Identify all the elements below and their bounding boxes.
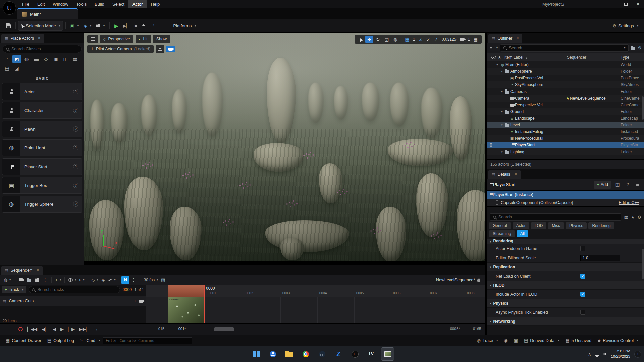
menu-window[interactable]: Window (49, 0, 72, 8)
expander-icon[interactable]: ▾ (500, 70, 504, 73)
clock[interactable]: 3:19 PM 10/26/2023 (611, 349, 630, 359)
camera-view-toggle[interactable] (166, 46, 175, 52)
visibility-options-icon[interactable]: ▾ (67, 276, 77, 284)
place-actor-player-start[interactable]: Player Start? (2, 158, 82, 175)
derived-data-button[interactable]: ▤ Derived Data ▾ (521, 338, 562, 343)
outliner-row-playerstart[interactable]: PlayerStartPlayerSta (487, 142, 644, 148)
checkbox-net-load-on-client[interactable]: ✓ (580, 274, 585, 279)
tab-outliner[interactable]: ▤ Outliner ✕ (488, 34, 522, 43)
outliner-row-level[interactable]: ▾LevelFolder (487, 122, 644, 128)
visibility-column-icon[interactable] (491, 56, 496, 59)
display-options-icon[interactable]: ▦ (624, 215, 628, 220)
thumbnails-icon[interactable]: ▧ (159, 276, 167, 284)
timeline-ruler[interactable]: 0000 00010002000300040005000600070008 (146, 285, 485, 297)
unsaved-button[interactable]: ▦ 5 Unsaved (562, 338, 594, 343)
playback-range-block[interactable] (168, 285, 205, 297)
place-actor-trigger-box[interactable]: ▣Trigger Box? (2, 177, 82, 194)
help-icon[interactable]: ? (73, 126, 78, 132)
outliner-row-postprocessvol[interactable]: ▣PostProcessVolPostProce (487, 75, 644, 81)
screenshot-tool-icon[interactable] (381, 347, 394, 361)
camera-speed-value[interactable]: 1 (467, 37, 471, 42)
maximize-button[interactable] (620, 0, 632, 8)
type-column[interactable]: Type (621, 55, 644, 60)
platforms-dropdown[interactable]: Platforms ▾ (164, 21, 198, 31)
camera-cuts-track[interactable]: ▤ Camera Cuts + (0, 296, 146, 306)
camera-icon[interactable] (139, 300, 143, 303)
expander-icon[interactable]: ▾ (500, 123, 504, 127)
outliner-row-lighting[interactable]: ▾LightingFolder (487, 148, 644, 155)
place-actor-pawn[interactable]: Pawn? (2, 121, 82, 137)
help-icon[interactable]: ? (624, 182, 631, 187)
expander-icon[interactable]: ▾ (500, 150, 504, 154)
current-frame[interactable]: 0000 (122, 287, 132, 292)
section-rendering[interactable]: ▾Rendering (487, 239, 644, 244)
curves-icon[interactable]: ▾ (107, 276, 116, 284)
checkbox-actor-hidden-in-game[interactable]: ✓ (580, 246, 585, 251)
place-actor-character[interactable]: Character? (2, 102, 82, 119)
output-log-button[interactable]: ▤ Output Log (44, 335, 77, 346)
step-forward-button[interactable]: ▏▶ (68, 327, 75, 332)
favorites-icon[interactable]: ★ (631, 215, 635, 220)
minimize-button[interactable]: — (608, 0, 620, 8)
recently-placed-icon[interactable]: ◔ (3, 55, 11, 63)
add-component-button[interactable]: + Add (594, 181, 611, 189)
outliner-row-perspective-vei[interactable]: Perspective VeiCineCame (487, 102, 644, 108)
outliner-row-landscape[interactable]: ▲LandscapeLandscap (487, 115, 644, 122)
visibility-eye-icon[interactable] (487, 143, 495, 147)
outliner-row-ground[interactable]: ▾GroundFolder (487, 108, 644, 115)
notification-badge[interactable]: 1 (634, 351, 641, 358)
maximize-viewport-button[interactable]: ▦ (472, 36, 480, 43)
cinematic-icon[interactable]: ▬ (32, 55, 41, 63)
filter-lod[interactable]: LOD (531, 222, 547, 229)
unreal-engine-icon[interactable]: U (348, 347, 362, 361)
visual-effects-icon[interactable]: ◇ (42, 55, 50, 63)
camera-cut-thumbnail[interactable]: Camera (168, 297, 205, 323)
filter-all[interactable]: All (517, 230, 528, 237)
scale-snap-value[interactable]: 0.03125 (441, 37, 457, 42)
browse-sequence-icon[interactable] (25, 276, 33, 284)
lock-icon[interactable] (477, 279, 480, 282)
unreal-logo-icon[interactable]: U (3, 1, 16, 15)
volumes-icon[interactable]: ◫ (61, 55, 70, 63)
add-camera-cut-icon[interactable]: + (133, 299, 136, 303)
menu-edit[interactable]: Edit (33, 0, 49, 8)
outliner-scrollbar[interactable] (642, 96, 644, 120)
zoom-icon[interactable]: Z (332, 347, 345, 361)
loop-button[interactable]: → (94, 327, 98, 332)
trace-button[interactable]: ◎ Trace ▾ (474, 338, 501, 343)
menu-tools[interactable]: Tools (72, 0, 91, 8)
sequence-browser-icon[interactable]: ◍▾ (3, 276, 12, 284)
checkbox-async-physics-tick-enabled[interactable]: ✓ (580, 310, 585, 315)
viewport-menu-button[interactable] (87, 35, 98, 43)
perspective-dropdown[interactable]: ◇Perspective (100, 35, 133, 43)
outliner-row-main-editor[interactable]: ▾◍Main (Editor)World (487, 61, 644, 68)
menu-build[interactable]: Build (91, 0, 108, 8)
details-search-input[interactable] (498, 215, 618, 219)
tab-sequencer[interactable]: ▤ Sequencer* ✕ (1, 266, 43, 275)
range-start-field[interactable]: -015 (157, 327, 164, 331)
pilot-actor-button[interactable]: ✛ Pilot Actor: Camera (Locked) (87, 45, 154, 53)
close-icon[interactable]: ✕ (514, 172, 517, 176)
content-drawer-button[interactable]: ▦ Content Drawer (3, 335, 44, 346)
details-scrollbar[interactable] (642, 249, 644, 279)
keyframe-options-icon[interactable]: ◇▾ (90, 276, 99, 284)
console-command-input[interactable] (103, 337, 192, 344)
timeline-scrollbar[interactable] (214, 327, 234, 331)
menu-actor[interactable]: Actor (128, 0, 147, 8)
scale-tool-button[interactable]: ◱ (383, 36, 391, 43)
outliner-search-input[interactable] (509, 46, 620, 50)
viewport[interactable]: ◇Perspective ◐Lit Show ✛ Pilot Actor: Ca… (84, 33, 485, 261)
range-end-field[interactable]: 0165 (473, 327, 481, 331)
scale-snap-toggle[interactable]: ↗ (432, 36, 440, 43)
expander-icon[interactable]: ▾ (495, 63, 499, 66)
jump-to-end-button[interactable]: ▶▶▏ (79, 327, 89, 332)
outliner-row-atmosphere[interactable]: ▾AtmosphereFolder (487, 68, 644, 75)
checkbox-include-actor-in-hlod[interactable]: ✓ (580, 292, 585, 297)
locate-actor-icon[interactable]: +▾ (54, 276, 62, 284)
eject-button[interactable] (139, 21, 148, 31)
section-replication[interactable]: ▾Replication (487, 263, 644, 272)
add-actor-button[interactable]: ▣▾ (68, 21, 81, 31)
menu-select[interactable]: Select (108, 0, 128, 8)
grid-snap-value[interactable]: 1 (412, 37, 416, 42)
search-options-icon[interactable]: ▾ (624, 46, 625, 49)
